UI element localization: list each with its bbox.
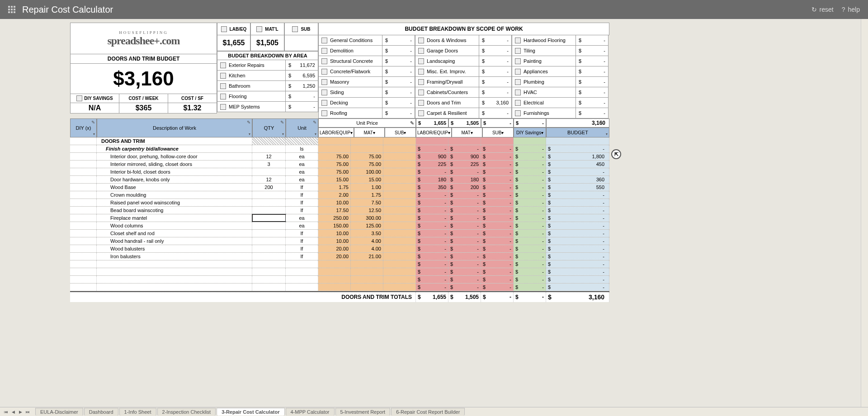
cell-unit[interactable]: [286, 276, 318, 283]
cell-up-labor[interactable]: 1.75: [318, 184, 351, 191]
cell-diy[interactable]: [70, 253, 97, 260]
cell-diy[interactable]: [70, 161, 97, 168]
cell-qty[interactable]: [252, 214, 286, 222]
cell-unit[interactable]: [286, 268, 318, 275]
cell-desc[interactable]: Door hardware, knobs only: [97, 176, 252, 183]
cell-unit[interactable]: lf: [286, 184, 318, 191]
cell-up-labor[interactable]: [318, 276, 351, 283]
matl-checkbox[interactable]: [256, 26, 262, 32]
cell-up-mat[interactable]: 1.75: [351, 191, 383, 199]
cell-qty[interactable]: 3: [252, 161, 286, 168]
cell-up-mat[interactable]: 12.50: [351, 207, 383, 214]
cell-up-labor[interactable]: 20.00: [318, 253, 351, 260]
cell-up-sub[interactable]: [383, 176, 416, 183]
cell-unit[interactable]: [286, 284, 318, 291]
cell-up-mat[interactable]: 4.00: [351, 245, 383, 252]
scope-item[interactable]: Plumbing: [512, 77, 576, 87]
col-desc[interactable]: ✎Description of Work▾: [97, 118, 252, 137]
cell-up-mat[interactable]: [351, 276, 383, 283]
cell-unit[interactable]: [286, 260, 318, 268]
cell-desc[interactable]: Crown moulding: [97, 191, 252, 199]
col-unit[interactable]: ✎Unit▾: [286, 118, 318, 137]
cell-diy[interactable]: [70, 168, 97, 175]
cell-qty[interactable]: [252, 191, 286, 199]
cell-up-labor[interactable]: 17.50: [318, 207, 351, 214]
cell-up-mat[interactable]: 125.00: [351, 222, 383, 229]
scope-item[interactable]: Carpet & Resilient: [415, 108, 479, 118]
cell-diy[interactable]: [70, 214, 97, 222]
cell-qty[interactable]: [252, 230, 286, 237]
cell-up-labor[interactable]: 250.00: [318, 214, 351, 222]
cell-desc[interactable]: Bead board wainscoting: [97, 207, 252, 214]
cell-up-sub[interactable]: [383, 284, 416, 291]
cell-unit[interactable]: lf: [286, 191, 318, 199]
cell-unit[interactable]: lf: [286, 245, 318, 252]
area-item[interactable]: MEP Systems: [217, 102, 286, 112]
area-item[interactable]: Bathroom: [217, 81, 286, 91]
cell-up-mat[interactable]: 21.00: [351, 253, 383, 260]
cell-unit[interactable]: ea: [286, 222, 318, 229]
cell-unit[interactable]: lf: [286, 237, 318, 245]
cell-up-sub[interactable]: [383, 207, 416, 214]
cell-up-mat[interactable]: 15.00: [351, 176, 383, 183]
scope-item[interactable]: Tiling: [512, 46, 576, 56]
col-diysav[interactable]: DIY Savings▾: [514, 128, 546, 137]
scope-item[interactable]: Concrete/Flatwork: [318, 66, 382, 77]
cell-up-sub[interactable]: [383, 153, 416, 160]
cell-qty[interactable]: 12: [252, 176, 286, 183]
scope-item[interactable]: Framing/Drywall: [415, 77, 479, 87]
scope-item[interactable]: Electrical: [512, 98, 576, 108]
col-qty[interactable]: ✎QTY▾: [252, 118, 286, 137]
cell-qty[interactable]: [252, 268, 286, 275]
cell-desc[interactable]: Interior mirrored, sliding, closet doors: [97, 161, 252, 168]
labeq-checkbox[interactable]: [221, 26, 227, 32]
scope-item[interactable]: HVAC: [512, 87, 576, 98]
cell-diy[interactable]: [70, 222, 97, 229]
cell-qty[interactable]: 12: [252, 153, 286, 160]
scope-item[interactable]: Doors and Trim: [415, 98, 479, 108]
cell-qty[interactable]: [252, 168, 286, 175]
scope-item[interactable]: General Conditions: [318, 35, 382, 46]
cell-up-mat[interactable]: 3.50: [351, 230, 383, 237]
cell-desc[interactable]: Wood columns: [97, 222, 252, 229]
cell-diy[interactable]: [70, 284, 97, 291]
cell-up-labor[interactable]: 10.00: [318, 237, 351, 245]
scope-item[interactable]: Landscaping: [415, 56, 479, 66]
scope-item[interactable]: Demolition: [318, 46, 382, 56]
cell-unit[interactable]: ea: [286, 161, 318, 168]
cell-up-mat[interactable]: 1.00: [351, 184, 383, 191]
cell-qty[interactable]: [252, 245, 286, 252]
area-item[interactable]: Exterior Repairs: [217, 60, 286, 71]
cell-unit[interactable]: lf: [286, 207, 318, 214]
scope-item[interactable]: Masonry: [318, 77, 382, 87]
cell-diy[interactable]: [70, 191, 97, 199]
cell-qty[interactable]: [252, 276, 286, 283]
cell-unit[interactable]: ea: [286, 176, 318, 183]
scope-item[interactable]: Garage Doors: [415, 46, 479, 56]
col-up-labor[interactable]: LABOR/EQUIP▾: [318, 128, 354, 137]
cell-diy[interactable]: [70, 153, 97, 160]
scope-item[interactable]: Structural Concrete: [318, 56, 382, 66]
reset-button[interactable]: ↻ reset: [811, 6, 834, 13]
cell-up-mat[interactable]: [351, 260, 383, 268]
cell-unit[interactable]: ea: [286, 153, 318, 160]
scope-item[interactable]: Misc. Ext. Improv.: [415, 66, 479, 77]
cell-desc[interactable]: Closet shelf and rod: [97, 230, 252, 237]
cell-up-mat[interactable]: 300.00: [351, 214, 383, 222]
scroll-top-button[interactable]: ⇱: [611, 149, 621, 159]
cell-up-mat[interactable]: 75.00: [351, 153, 383, 160]
col-t-mat[interactable]: MAT▾: [452, 128, 483, 137]
col-budget[interactable]: BUDGET▾: [546, 128, 609, 137]
scope-item[interactable]: Roofing: [318, 108, 382, 118]
cell-qty[interactable]: [252, 222, 286, 229]
cell-up-mat[interactable]: 4.00: [351, 237, 383, 245]
area-item[interactable]: Flooring: [217, 91, 286, 102]
cell-diy[interactable]: [70, 268, 97, 275]
vertical-scrollbar[interactable]: [861, 19, 868, 407]
cell-desc[interactable]: [97, 260, 252, 268]
cell-diy[interactable]: [70, 237, 97, 245]
scope-item[interactable]: Furnishings: [512, 108, 576, 118]
cell-up-sub[interactable]: [383, 260, 416, 268]
scope-item[interactable]: Decking: [318, 98, 382, 108]
cell-desc[interactable]: Wood Base: [97, 184, 252, 191]
